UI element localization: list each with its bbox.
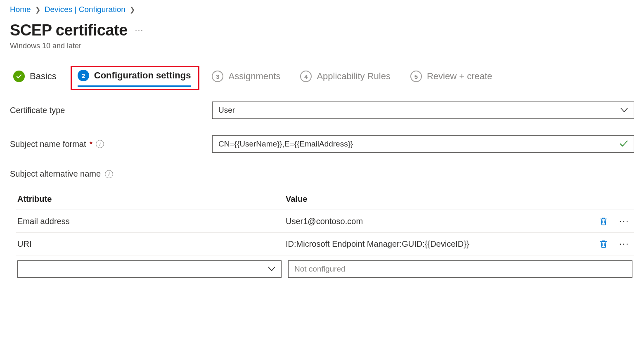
step-label: Configuration settings [94,70,191,81]
san-attr: URI [17,239,286,249]
san-val: ID:Microsoft Endpoint Manager:GUID:{{Dev… [286,239,591,249]
delete-icon[interactable] [591,216,616,226]
step-number-icon: 5 [410,71,422,82]
required-asterisk: * [90,139,93,149]
chevron-down-icon [268,265,275,274]
step-assignments[interactable]: 3 Assignments [212,71,280,86]
step-configuration-settings[interactable]: 2 Configuration settings [78,70,191,87]
step-label: Applicability Rules [317,71,391,82]
info-icon[interactable]: i [96,140,104,148]
highlight-box: 2 Configuration settings [71,66,200,90]
breadcrumb-devices[interactable]: Devices | Configuration [45,5,125,14]
wizard-steps: Basics 2 Configuration settings 3 Assign… [10,69,634,88]
page-subtitle: Windows 10 and later [10,42,634,50]
snf-value: CN={{UserName}},E={{EmailAddress}} [218,139,353,149]
san-header-value: Value [286,194,591,204]
breadcrumb-home[interactable]: Home [10,5,31,14]
cert-type-label: Certificate type [10,106,212,115]
step-number-icon: 3 [212,71,223,82]
cert-type-value: User [218,106,235,115]
step-label: Review + create [427,71,492,82]
san-attr: Email address [17,217,286,226]
step-review-create[interactable]: 5 Review + create [410,71,492,86]
snf-label: Subject name format * i [10,139,212,149]
san-new-attr-select[interactable] [17,260,282,278]
step-label: Basics [30,71,57,82]
san-table: Attribute Value Email address User1@cont… [10,189,634,281]
info-icon[interactable]: i [105,170,113,178]
breadcrumb: Home ❯ Devices | Configuration ❯ [10,5,634,14]
snf-input[interactable]: CN={{UserName}},E={{EmailAddress}} [212,135,634,153]
step-basics[interactable]: Basics [13,71,57,86]
more-icon[interactable]: ··· [135,26,144,35]
check-icon [620,139,628,149]
san-header-attribute: Attribute [17,194,286,204]
step-number-icon: 2 [78,70,89,81]
san-val: User1@contoso.com [286,217,591,226]
san-label: Subject alternative name i [10,169,634,179]
step-applicability-rules[interactable]: 4 Applicability Rules [300,71,391,86]
check-circle-icon [13,71,25,82]
more-icon[interactable]: ··· [616,216,632,227]
delete-icon[interactable] [591,239,616,249]
san-new-placeholder: Not configured [294,265,346,274]
step-number-icon: 4 [300,71,312,82]
chevron-right-icon: ❯ [35,6,40,14]
chevron-right-icon: ❯ [130,6,135,14]
san-row: Email address User1@contoso.com ··· [16,210,634,233]
cert-type-select[interactable]: User [212,102,634,119]
page-title: SCEP certificate [10,21,128,39]
san-new-value-input[interactable]: Not configured [288,260,632,278]
san-row: URI ID:Microsoft Endpoint Manager:GUID:{… [16,233,634,255]
step-label: Assignments [228,71,280,82]
chevron-down-icon [620,106,628,115]
more-icon[interactable]: ··· [616,239,632,249]
